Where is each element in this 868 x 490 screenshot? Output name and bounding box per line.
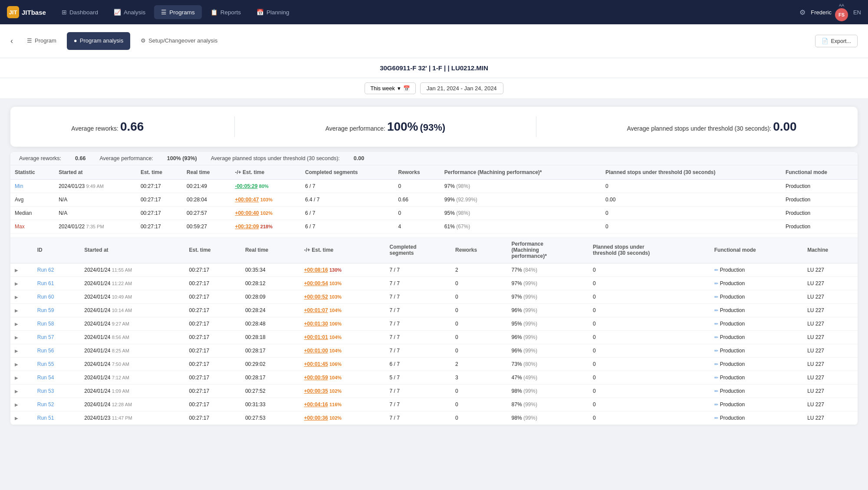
edit-icon[interactable]: ✏ — [714, 281, 718, 286]
expand-cell[interactable]: ▶ — [10, 277, 33, 290]
tab-program[interactable]: ☰ Program — [20, 32, 63, 50]
header-bar: ‹ ☰ Program ● Program analysis ⚙ Setup/C… — [0, 24, 868, 58]
run-delta-pct: 103% — [329, 281, 342, 286]
edit-icon[interactable]: ✏ — [714, 388, 718, 394]
tab-setup-changeover[interactable]: ⚙ Setup/Changeover analysis — [134, 32, 224, 50]
summary-card: Average reworks: 0.66 Average performanc… — [10, 107, 858, 147]
table-row: ▶ Run 53 2024/01/24 1:09 AM 00:27:17 00:… — [10, 385, 858, 398]
logo-icon: JIT — [7, 6, 19, 18]
run-delta-value: +00:01:01 — [304, 334, 328, 340]
table-row: ▶ Run 58 2024/01/24 9:27 AM 00:27:17 00:… — [10, 317, 858, 331]
settings-icon[interactable]: ⚙ — [799, 8, 806, 16]
table-row: ▶ Run 57 2024/01/24 8:56 AM 00:27:17 00:… — [10, 331, 858, 344]
stat-max-link[interactable]: Max — [15, 224, 25, 230]
expand-icon[interactable]: ▶ — [15, 402, 18, 407]
started-at-cell: 2024/01/22 7:35 PM — [54, 220, 136, 233]
edit-icon[interactable]: ✏ — [714, 375, 718, 380]
run-delta-value: +00:08:16 — [304, 267, 328, 273]
planned-stops-cell: 0.00 — [601, 193, 781, 207]
expand-cell[interactable]: ▶ — [10, 290, 33, 304]
user-menu[interactable]: Frederic AA FS — [811, 3, 848, 21]
edit-icon[interactable]: ✏ — [714, 294, 718, 299]
nav-reports[interactable]: 📋 Reports — [204, 5, 248, 19]
run-delta-cell: +00:00:54 103% — [300, 277, 385, 290]
col-statistic: Statistic — [10, 165, 54, 180]
calendar-icon: 📅 — [403, 85, 410, 92]
started-at-cell: N/A — [54, 193, 136, 207]
run-reworks-cell: 0 — [451, 290, 507, 304]
edit-icon[interactable]: ✏ — [714, 362, 718, 367]
export-button[interactable]: 📄 Export... — [815, 35, 858, 47]
edit-icon[interactable]: ✏ — [714, 402, 718, 407]
run-link[interactable]: Run 55 — [37, 361, 54, 367]
app-logo[interactable]: JIT JITbase — [7, 6, 46, 18]
edit-icon[interactable]: ✏ — [714, 267, 718, 273]
expand-icon[interactable]: ▶ — [15, 295, 18, 299]
chevron-down-icon: ▾ — [398, 85, 401, 92]
reports-icon: 📋 — [210, 9, 218, 16]
run-link[interactable]: Run 54 — [37, 375, 54, 381]
expand-cell[interactable]: ▶ — [10, 317, 33, 331]
run-stops-cell: 0 — [589, 331, 710, 344]
expand-icon[interactable]: ▶ — [15, 349, 18, 353]
run-link[interactable]: Run 62 — [37, 267, 54, 273]
run-est-cell: 00:27:17 — [185, 263, 241, 277]
expand-cell[interactable]: ▶ — [10, 331, 33, 344]
stat-min-link[interactable]: Min — [15, 183, 23, 189]
run-link[interactable]: Run 58 — [37, 321, 54, 327]
expand-cell[interactable]: ▶ — [10, 358, 33, 371]
edit-icon[interactable]: ✏ — [714, 348, 718, 353]
expand-cell[interactable]: ▶ — [10, 411, 33, 425]
expand-icon[interactable]: ▶ — [15, 308, 18, 313]
expand-icon[interactable]: ▶ — [15, 268, 18, 273]
nav-planning[interactable]: 📅 Planning — [250, 5, 296, 19]
edit-icon[interactable]: ✏ — [714, 308, 718, 313]
edit-icon[interactable]: ✏ — [714, 321, 718, 326]
expand-icon[interactable]: ▶ — [15, 416, 18, 421]
run-link[interactable]: Run 53 — [37, 388, 54, 394]
stats-table: Statistic Started at Est. time Real time… — [10, 165, 858, 233]
language-selector[interactable]: EN — [853, 9, 861, 16]
stat-label: Avg — [15, 197, 23, 203]
date-preset-button[interactable]: This week ▾ 📅 — [365, 82, 415, 94]
expand-icon[interactable]: ▶ — [15, 322, 18, 326]
expand-cell[interactable]: ▶ — [10, 263, 33, 277]
nav-dashboard[interactable]: ⊞ Dashboard — [55, 5, 105, 19]
expand-cell[interactable]: ▶ — [10, 304, 33, 317]
run-started-cell: 2024/01/24 8:25 AM — [80, 344, 184, 358]
tab-program-analysis[interactable]: ● Program analysis — [67, 32, 130, 50]
planned-stops-cell: 0 — [601, 180, 781, 193]
run-real-cell: 00:29:02 — [241, 358, 300, 371]
edit-icon[interactable]: ✏ — [714, 335, 718, 340]
reworks-cell: 0 — [394, 207, 440, 220]
expand-cell[interactable]: ▶ — [10, 385, 33, 398]
table-row: Max 2024/01/22 7:35 PM 00:27:17 00:59:27… — [10, 220, 858, 233]
logo-text: JITbase — [22, 9, 46, 16]
stat-cell: Median — [10, 207, 54, 220]
expand-icon[interactable]: ▶ — [15, 362, 18, 367]
expand-icon[interactable]: ▶ — [15, 375, 18, 380]
run-id-cell: Run 57 — [33, 331, 80, 344]
nav-programs[interactable]: ☰ Programs — [154, 5, 202, 19]
run-link[interactable]: Run 57 — [37, 334, 54, 340]
run-link[interactable]: Run 59 — [37, 307, 54, 313]
run-delta-value: +00:01:30 — [304, 321, 328, 327]
run-link[interactable]: Run 51 — [37, 415, 54, 421]
nav-analysis[interactable]: 📈 Analysis — [107, 5, 152, 19]
run-stops-cell: 0 — [589, 358, 710, 371]
run-real-cell: 00:28:17 — [241, 344, 300, 358]
run-link[interactable]: Run 52 — [37, 401, 54, 408]
expand-icon[interactable]: ▶ — [15, 281, 18, 286]
expand-icon[interactable]: ▶ — [15, 335, 18, 340]
stat-cell: Min — [10, 180, 54, 193]
run-link[interactable]: Run 60 — [37, 294, 54, 300]
expand-cell[interactable]: ▶ — [10, 398, 33, 411]
run-link[interactable]: Run 56 — [37, 348, 54, 354]
run-stops-cell: 0 — [589, 277, 710, 290]
expand-icon[interactable]: ▶ — [15, 389, 18, 394]
expand-cell[interactable]: ▶ — [10, 371, 33, 385]
expand-cell[interactable]: ▶ — [10, 344, 33, 358]
run-link[interactable]: Run 61 — [37, 280, 54, 286]
date-start: Jan 21, 2024 — [427, 85, 459, 92]
edit-icon[interactable]: ✏ — [714, 415, 718, 421]
